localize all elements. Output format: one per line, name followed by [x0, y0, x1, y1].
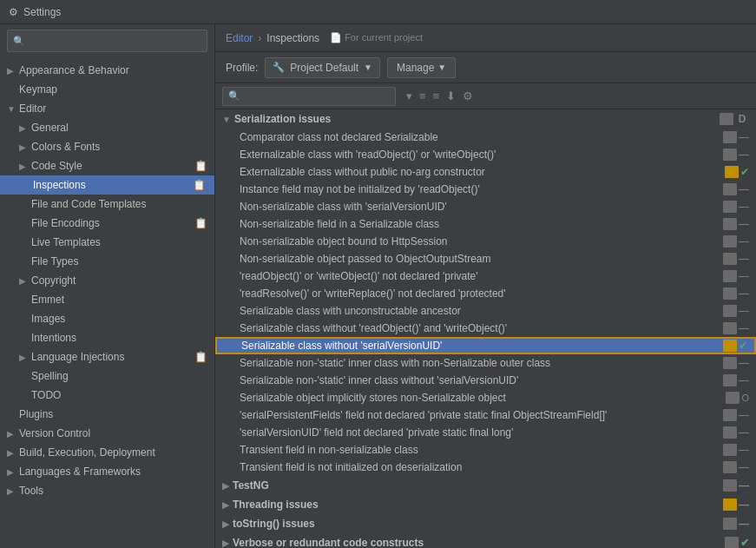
severity-selector[interactable]	[723, 201, 737, 213]
severity-selector[interactable]	[723, 270, 737, 282]
manage-button[interactable]: Manage ▼	[387, 57, 456, 78]
settings-icon[interactable]: ⚙	[461, 88, 475, 104]
sidebar-item-version-control[interactable]: ▶ Version Control	[0, 424, 214, 443]
inspection-item[interactable]: Non-serializable object passed to Object…	[215, 250, 756, 267]
sidebar-item-language-injections[interactable]: ▶ Language Injections 📋	[0, 347, 214, 366]
severity-selector[interactable]	[723, 374, 737, 386]
check-toggle[interactable]: —	[739, 131, 749, 143]
check-toggle[interactable]: O	[741, 393, 749, 403]
inspection-item[interactable]: Serializable class with unconstructable …	[215, 302, 756, 320]
inspection-item[interactable]: Comparator class not declared Serializab…	[215, 129, 756, 146]
check-toggle[interactable]: —	[739, 253, 749, 265]
inspections-search-input[interactable]	[244, 90, 390, 102]
group-serialization[interactable]: ▼ Serialization issues D	[215, 109, 756, 129]
check-toggle[interactable]: —	[739, 322, 749, 334]
severity-selector[interactable]	[725, 166, 739, 178]
inspection-item[interactable]: Serializable class without 'readObject()…	[215, 320, 756, 337]
check-toggle[interactable]: —	[739, 409, 749, 421]
check-toggle[interactable]: —	[739, 218, 749, 230]
inspection-item[interactable]: Serializable object implicitly stores no…	[215, 389, 756, 406]
sidebar-item-file-encodings[interactable]: File Encodings 📋	[0, 214, 214, 233]
severity-selector[interactable]	[723, 149, 737, 161]
inspections-list[interactable]: ▼ Serialization issues D Comparator clas…	[215, 109, 756, 548]
inspection-item[interactable]: Transient field in non-serializable clas…	[215, 441, 756, 459]
group-check[interactable]: ✔	[740, 537, 749, 548]
check-toggle[interactable]: —	[739, 305, 749, 317]
inspection-item[interactable]: Transient field is not initialized on de…	[215, 459, 756, 476]
inspection-item[interactable]: 'serialPersistentFields' field not decla…	[215, 406, 756, 424]
check-toggle[interactable]: —	[739, 149, 749, 161]
inspection-item-selected[interactable]: Serializable class without 'serialVersio…	[215, 337, 756, 354]
check-toggle[interactable]: —	[739, 444, 749, 456]
group-check[interactable]: —	[739, 479, 749, 492]
check-toggle[interactable]: —	[739, 201, 749, 213]
check-toggle[interactable]: —	[739, 287, 749, 300]
inspection-item[interactable]: Non-serializable object bound to HttpSes…	[215, 233, 756, 250]
inspection-item[interactable]: Serializable non-'static' inner class wi…	[215, 354, 756, 372]
sidebar-item-keymap[interactable]: Keymap	[0, 80, 214, 99]
severity-selector[interactable]	[723, 235, 737, 248]
filter-icon[interactable]: ▾	[404, 88, 414, 104]
sidebar-item-copyright[interactable]: ▶ Copyright	[0, 271, 214, 290]
group-check[interactable]: —	[739, 498, 749, 511]
sidebar-item-languages[interactable]: ▶ Languages & Frameworks	[0, 462, 214, 481]
inspection-item[interactable]: Non-serializable class with 'serialVersi…	[215, 198, 756, 215]
check-toggle[interactable]: ✔	[740, 166, 749, 178]
severity-selector[interactable]	[723, 409, 737, 421]
check-toggle[interactable]: —	[739, 235, 749, 248]
sidebar-item-plugins[interactable]: Plugins	[0, 405, 214, 424]
severity-selector[interactable]	[723, 340, 737, 352]
sidebar-item-images[interactable]: Images	[0, 309, 214, 328]
group-verbose[interactable]: ▶ Verbose or redundant code constructs ✔	[215, 533, 756, 548]
expand-all-icon[interactable]: ≡	[417, 88, 428, 104]
group-tostring[interactable]: ▶ toString() issues —	[215, 514, 756, 533]
inspection-item[interactable]: Non-serializable field in a Serializable…	[215, 215, 756, 233]
sidebar-search-input[interactable]	[25, 35, 201, 47]
check-toggle[interactable]: —	[739, 270, 749, 282]
group-check[interactable]: —	[739, 518, 749, 530]
severity-selector[interactable]	[726, 392, 740, 404]
inspection-item[interactable]: Externalizable class without public no-a…	[215, 163, 756, 181]
check-toggle[interactable]: —	[739, 357, 749, 369]
inspection-item[interactable]: 'readResolve()' or 'writeReplace()' not …	[215, 285, 756, 302]
sidebar-item-todo[interactable]: TODO	[0, 386, 214, 405]
severity-selector[interactable]	[723, 444, 737, 456]
check-toggle[interactable]: —	[739, 461, 749, 473]
sidebar-item-tools[interactable]: ▶ Tools	[0, 481, 214, 500]
severity-selector[interactable]	[723, 287, 737, 300]
sidebar-search-box[interactable]: 🔍	[7, 30, 207, 52]
sidebar-item-colors-fonts[interactable]: ▶ Colors & Fonts	[0, 137, 214, 156]
severity-selector[interactable]	[723, 253, 737, 265]
check-toggle[interactable]: —	[739, 426, 749, 439]
breadcrumb-editor[interactable]: Editor	[226, 32, 253, 44]
collapse-all-icon[interactable]: ≡	[431, 88, 442, 104]
sidebar-item-code-style[interactable]: ▶ Code Style 📋	[0, 156, 214, 175]
sidebar-item-intentions[interactable]: Intentions	[0, 328, 214, 347]
sidebar-item-emmet[interactable]: Emmet	[0, 290, 214, 309]
sidebar-item-live-templates[interactable]: Live Templates	[0, 233, 214, 252]
sidebar-item-appearance[interactable]: ▶ Appearance & Behavior	[0, 61, 214, 80]
inspection-item[interactable]: 'serialVersionUID' field not declared 'p…	[215, 424, 756, 441]
severity-selector[interactable]	[723, 305, 737, 317]
inspection-item[interactable]: 'readObject()' or 'writeObject()' not de…	[215, 267, 756, 285]
export-icon[interactable]: ⬇	[444, 88, 457, 104]
severity-selector[interactable]	[723, 426, 737, 439]
sidebar-item-general[interactable]: ▶ General	[0, 118, 214, 137]
severity-selector[interactable]	[723, 322, 737, 334]
sidebar-item-inspections[interactable]: Inspections 📋	[0, 175, 214, 195]
check-toggle[interactable]: —	[739, 374, 749, 386]
sidebar-item-editor[interactable]: ▼ Editor	[0, 99, 214, 118]
sidebar-item-build[interactable]: ▶ Build, Execution, Deployment	[0, 443, 214, 462]
inspection-item[interactable]: Externalizable class with 'readObject()'…	[215, 146, 756, 163]
inspection-item[interactable]: Instance field may not be initialized by…	[215, 181, 756, 198]
profile-dropdown[interactable]: 🔧 Project Default ▼	[265, 57, 380, 78]
check-toggle[interactable]: —	[739, 183, 749, 195]
severity-selector[interactable]	[723, 131, 737, 143]
severity-selector[interactable]	[723, 218, 737, 230]
sidebar-item-spelling[interactable]: Spelling	[0, 366, 214, 386]
inspection-item[interactable]: Serializable non-'static' inner class wi…	[215, 372, 756, 389]
severity-selector[interactable]	[723, 183, 737, 195]
inspections-search-box[interactable]: 🔍	[222, 87, 396, 106]
sidebar-item-file-code-templates[interactable]: File and Code Templates	[0, 195, 214, 214]
check-toggle[interactable]: ✔	[739, 340, 747, 352]
